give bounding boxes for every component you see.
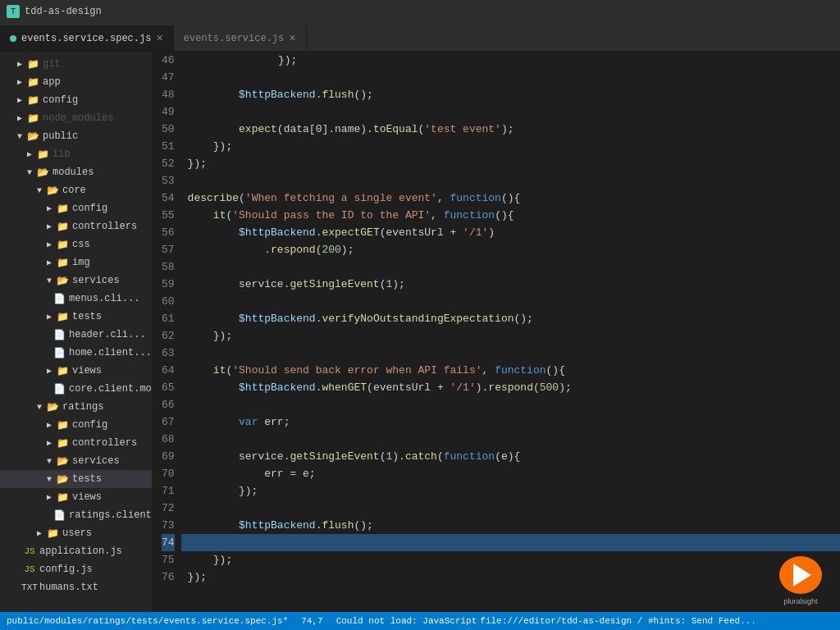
sidebar-item-menus-cli[interactable]: 📄 menus.cli...	[0, 290, 152, 308]
file-icon: JS	[23, 563, 36, 576]
sidebar-item-tests[interactable]: ▶ 📁 tests	[0, 308, 152, 326]
sidebar-item-lib[interactable]: ▶ 📁 lib	[0, 145, 152, 163]
sidebar-item-services[interactable]: ▼ 📂 services	[0, 272, 152, 290]
sidebar-item-config2[interactable]: ▶ 📁 config	[0, 199, 152, 217]
folder-icon: 📂	[26, 130, 39, 143]
sidebar-item-label: config	[43, 94, 78, 106]
sidebar-item-label: config	[72, 203, 107, 214]
sidebar-item-header-cli[interactable]: 📄 header.cli...	[0, 326, 152, 344]
sidebar-item-controllers[interactable]: ▶ 📁 controllers	[0, 217, 152, 235]
sidebar-item-ratings-services[interactable]: ▼ 📂 services	[0, 452, 152, 470]
sidebar-item-core-client[interactable]: 📄 core.client.mo...	[0, 380, 152, 398]
arrow-icon: ▼	[13, 130, 26, 143]
arrow-icon: ▼	[23, 166, 36, 179]
file-icon: TXT	[23, 581, 36, 594]
sidebar-item-label: header.cli...	[69, 329, 146, 340]
ps-circle	[779, 556, 822, 594]
folder-icon: 📂	[56, 454, 69, 468]
sidebar-item-users[interactable]: ▶ 📁 users	[0, 524, 152, 542]
file-icon: 📄	[52, 346, 66, 359]
arrow-icon: ▶	[43, 238, 56, 251]
arrow-icon: ▶	[33, 527, 46, 540]
arrow-icon: ▶	[13, 75, 26, 89]
arrow-icon: ▶	[13, 112, 26, 125]
sidebar-item-ratings-cli[interactable]: 📄 ratings.client.t...	[0, 506, 152, 524]
sidebar-item-label: core	[62, 185, 86, 196]
sidebar-item-core[interactable]: ▼ 📂 core	[0, 181, 152, 199]
sidebar-item-public[interactable]: ▼ 📂 public	[0, 127, 152, 145]
sidebar-item-label: tests	[72, 311, 102, 322]
sidebar-item-label: public	[43, 130, 78, 142]
tab-service-file[interactable]: events.service.js ×	[174, 25, 307, 51]
tab-dot	[10, 35, 16, 42]
folder-icon: 📁	[56, 220, 69, 233]
folder-icon: 📁	[56, 418, 69, 431]
sidebar-item-views[interactable]: ▶ 📁 views	[0, 362, 152, 380]
sidebar-item-label: lib	[52, 148, 71, 160]
code-content[interactable]: }); $httpBackend.flush(); expect(data[0]…	[181, 52, 840, 612]
sidebar-item-humans-txt[interactable]: TXT humans.txt	[0, 578, 152, 596]
sidebar-item-label: views	[72, 365, 102, 377]
sidebar-item-git[interactable]: ▶ 📁 git	[0, 55, 152, 73]
arrow-icon: ▶	[43, 310, 56, 323]
tab-spec-label: events.service.spec.js	[21, 33, 151, 44]
sidebar-item-app[interactable]: ▶ 📁 app	[0, 73, 152, 91]
arrow-icon: ▼	[43, 472, 56, 486]
status-position: 74,7	[301, 616, 322, 626]
status-error: Could not load: JavaScript file:///edito…	[336, 616, 756, 626]
editor: 46 47 48 49 50 51 52 53 54 55 56 57 58 5…	[152, 52, 840, 612]
sidebar-item-label: services	[72, 455, 120, 467]
folder-icon: 📁	[56, 310, 69, 323]
folder-icon: 📂	[56, 274, 69, 287]
arrow-icon: ▶	[43, 418, 56, 431]
app-title: tdd-as-design	[25, 6, 102, 17]
sidebar-item-label: css	[72, 239, 90, 250]
sidebar-item-config-js[interactable]: JS config.js	[0, 560, 152, 578]
tab-spec-file[interactable]: events.service.spec.js ×	[0, 25, 174, 51]
arrow-icon: ▼	[43, 274, 56, 287]
sidebar-item-label: application.js	[39, 546, 122, 557]
file-icon: JS	[23, 545, 36, 558]
pluralsight-watermark: pluralsight	[768, 556, 833, 605]
sidebar-item-label: img	[72, 257, 90, 268]
file-icon: 📄	[52, 509, 66, 522]
status-path: public/modules/ratings/tests/events.serv…	[7, 616, 288, 626]
arrow-icon: ▶	[43, 364, 56, 377]
sidebar-item-label: users	[62, 527, 92, 539]
sidebar-item-home-cli[interactable]: 📄 home.client...	[0, 344, 152, 362]
sidebar-item-label: ratings.client.t...	[69, 509, 152, 521]
arrow-icon: ▶	[43, 436, 56, 450]
sidebar-item-ratings-config[interactable]: ▶ 📁 config	[0, 416, 152, 434]
folder-icon: 📂	[56, 472, 69, 486]
sidebar-item-ratings-views[interactable]: ▶ 📁 views	[0, 488, 152, 506]
file-icon: 📄	[52, 382, 66, 395]
arrow-icon: ▶	[13, 57, 26, 71]
sidebar-item-label: modules	[52, 167, 94, 178]
sidebar-item-application-js[interactable]: JS application.js	[0, 542, 152, 560]
file-icon: 📄	[52, 328, 66, 341]
arrow-icon: ▼	[33, 184, 46, 197]
sidebar-item-config[interactable]: ▶ 📁 config	[0, 91, 152, 109]
sidebar-item-css[interactable]: ▶ 📁 css	[0, 235, 152, 253]
arrow-icon: ▶	[43, 491, 56, 504]
sidebar-item-node-modules[interactable]: ▶ 📁 node_modules	[0, 109, 152, 127]
arrow-icon: ▶	[43, 202, 56, 215]
status-error-path: file:///editor/tdd-as-design / #hints: S…	[480, 616, 756, 626]
sidebar-item-img[interactable]: ▶ 📁 img	[0, 253, 152, 272]
sidebar-item-label: git	[43, 58, 61, 70]
app-icon: T	[7, 5, 20, 18]
sidebar-item-ratings-controllers[interactable]: ▶ 📁 controllers	[0, 434, 152, 452]
arrow-icon: ▶	[13, 94, 26, 107]
sidebar-item-label: controllers	[72, 221, 137, 232]
close-icon[interactable]: ×	[156, 33, 162, 44]
sidebar-item-modules[interactable]: ▼ 📂 modules	[0, 163, 152, 181]
sidebar-item-label: tests	[72, 473, 102, 485]
sidebar-item-label: ratings	[62, 401, 103, 413]
sidebar-item-ratings[interactable]: ▼ 📂 ratings	[0, 398, 152, 416]
arrow-icon: ▶	[43, 256, 56, 269]
line-numbers: 46 47 48 49 50 51 52 53 54 55 56 57 58 5…	[152, 52, 181, 612]
ps-text: pluralsight	[783, 597, 817, 605]
folder-icon: 📁	[56, 364, 69, 377]
sidebar-item-ratings-tests[interactable]: ▼ 📂 tests	[0, 470, 152, 488]
close-icon-2[interactable]: ×	[289, 33, 295, 44]
